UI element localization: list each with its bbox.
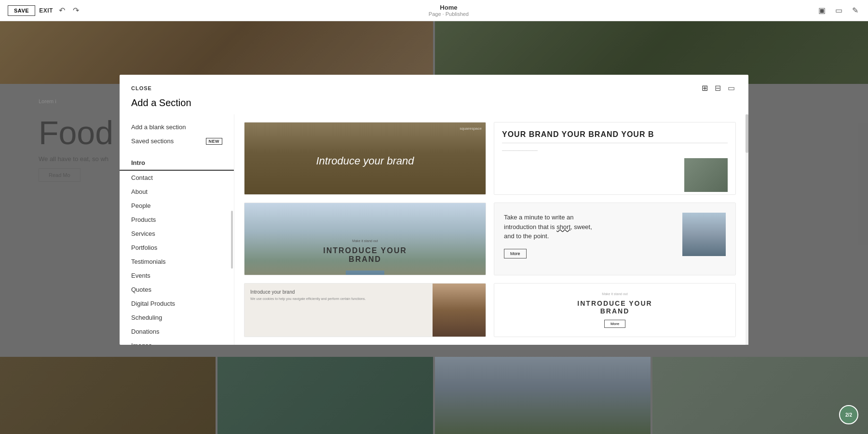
sidebar-item-donations[interactable]: Donations <box>120 325 234 339</box>
page-subtitle: Page · Published <box>429 11 469 17</box>
content-scrollbar-thumb[interactable] <box>746 114 748 153</box>
template-2-divider <box>502 143 728 143</box>
sidebar-item-services[interactable]: Services <box>120 227 234 241</box>
sidebar-item-testimonials[interactable]: Testimonials <box>120 255 234 269</box>
grid-large-view-button[interactable]: ⊞ <box>700 82 710 94</box>
sidebar-item-intro[interactable]: Intro <box>120 156 234 171</box>
template-preview-2: YOUR BRAND YOUR BRAND YOUR B ___________… <box>494 122 735 195</box>
template-3-title: INTRODUCE YOURBRAND <box>323 246 407 264</box>
redo-button[interactable]: ↷ <box>71 4 81 17</box>
sidebar-item-digital-products[interactable]: Digital Products <box>120 297 234 311</box>
template-4-button: More <box>504 249 527 258</box>
template-3-overlay-image <box>346 271 384 275</box>
modal-title: Add a Section <box>120 94 748 114</box>
template-preview-5: Introduce your brand We use cookies to h… <box>244 284 486 337</box>
tablet-view-button[interactable]: ▭ <box>833 4 844 17</box>
template-preview-6: Make it stand out INTRODUCE YOURBRAND Mo… <box>494 284 735 337</box>
template-grid: squarespace Introduce your brand YOUR BR… <box>234 114 746 345</box>
template-5-image <box>433 284 486 337</box>
template-5-text: We use cookies to help you navigate effi… <box>250 297 427 301</box>
sidebar-item-people[interactable]: People <box>120 199 234 213</box>
template-preview-3: Make it stand out INTRODUCE YOURBRAND <box>244 203 486 275</box>
sidebar-item-events[interactable]: Events <box>120 269 234 283</box>
modal-sidebar: Add a blank section Saved sections NEW I… <box>120 114 234 345</box>
template-2-img <box>684 158 728 192</box>
new-badge: NEW <box>206 138 223 145</box>
template-1-title: Introduce your brand <box>316 155 414 167</box>
list-view-button[interactable]: ▭ <box>726 82 737 94</box>
template-4-body: Take a minute to write anintroduction th… <box>504 213 675 241</box>
template-preview-1: squarespace Introduce your brand <box>244 122 486 195</box>
template-4-image <box>682 213 726 256</box>
notification-badge[interactable]: 2/2 <box>839 405 858 424</box>
page-title: Home <box>429 4 469 11</box>
sidebar-item-scheduling[interactable]: Scheduling <box>120 311 234 325</box>
content-scrollbar-track[interactable] <box>746 114 748 345</box>
template-6-title: INTRODUCE YOURBRAND <box>577 299 652 315</box>
exit-button[interactable]: EXIT <box>39 7 53 14</box>
sidebar-item-contact[interactable]: Contact <box>120 171 234 185</box>
template-4-left: Take a minute to write anintroduction th… <box>504 213 675 258</box>
add-section-modal: CLOSE ⊞ ⊟ ▭ Add a Section Add a blank se… <box>120 75 748 345</box>
edit-button[interactable]: ✎ <box>850 4 860 17</box>
template-2-title: YOUR BRAND YOUR BRAND YOUR B <box>502 130 728 139</box>
template-5-title: Introduce your brand <box>250 289 427 295</box>
template-6-small: Make it stand out <box>602 292 627 296</box>
modal-header: CLOSE ⊞ ⊟ ▭ <box>120 75 748 94</box>
template-card-5[interactable]: Introduce your brand We use cookies to h… <box>244 283 486 337</box>
template-card-6[interactable]: Make it stand out INTRODUCE YOURBRAND Mo… <box>494 283 736 337</box>
close-button[interactable]: CLOSE <box>131 85 152 91</box>
template-6-button: More <box>604 320 625 328</box>
template-2-image <box>502 158 728 192</box>
template-preview-4: Take a minute to write anintroduction th… <box>494 203 735 275</box>
template-card-4[interactable]: Take a minute to write anintroduction th… <box>494 203 736 275</box>
template-card-3[interactable]: Make it stand out INTRODUCE YOURBRAND <box>244 203 486 275</box>
desktop-view-button[interactable]: ▣ <box>816 4 827 17</box>
template-card-2[interactable]: YOUR BRAND YOUR BRAND YOUR B ___________… <box>494 122 736 195</box>
saved-sections-item[interactable]: Saved sections NEW <box>120 134 234 148</box>
add-blank-section-item[interactable]: Add a blank section <box>120 120 234 134</box>
grid-medium-view-button[interactable]: ⊟ <box>713 82 723 94</box>
template-3-small: Make it stand out <box>352 239 378 243</box>
sidebar-item-products[interactable]: Products <box>120 213 234 227</box>
topbar-right: ▣ ▭ ✎ <box>816 4 860 17</box>
sidebar-item-about[interactable]: About <box>120 185 234 199</box>
sidebar-item-images[interactable]: Images <box>120 339 234 345</box>
topbar-left: SAVE EXIT ↶ ↷ <box>8 4 81 17</box>
template-5-left: Introduce your brand We use cookies to h… <box>244 284 433 337</box>
topbar: SAVE EXIT ↶ ↷ Home Page · Published ▣ ▭ … <box>0 0 868 21</box>
view-icons: ⊞ ⊟ ▭ <box>700 82 737 94</box>
sidebar-scrollbar[interactable] <box>231 211 233 269</box>
topbar-center: Home Page · Published <box>429 4 469 17</box>
modal-body: Add a blank section Saved sections NEW I… <box>120 114 748 345</box>
template-card-1[interactable]: squarespace Introduce your brand <box>244 122 486 195</box>
save-button[interactable]: SAVE <box>8 5 35 16</box>
sidebar-item-quotes[interactable]: Quotes <box>120 283 234 297</box>
undo-button[interactable]: ↶ <box>57 4 67 17</box>
sidebar-item-portfolios[interactable]: Portfolios <box>120 241 234 255</box>
template-2-subtext: ___________________ <box>502 147 728 150</box>
template-1-small-text: squarespace <box>460 126 482 131</box>
